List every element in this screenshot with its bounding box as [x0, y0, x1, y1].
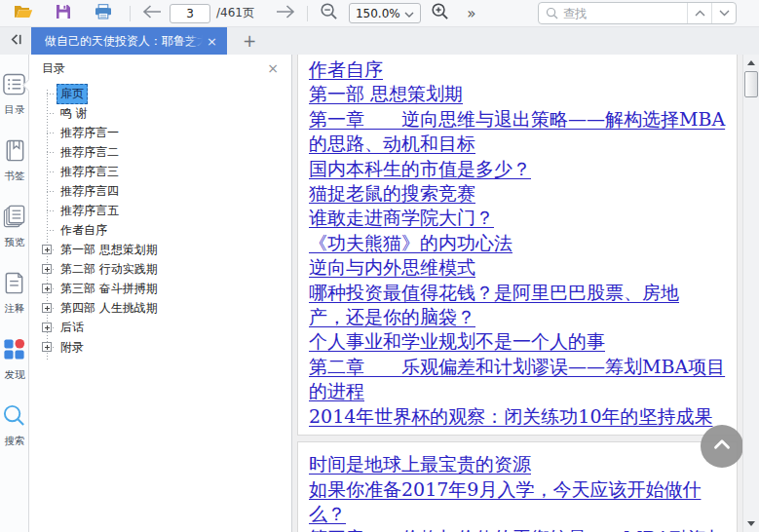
sidebar-label: 目录: [4, 102, 24, 116]
toc-item-label: 推荐序言一: [57, 123, 123, 143]
doc-toc-link[interactable]: 时间是地球上最宝贵的资源: [309, 452, 729, 476]
annotation-icon: [2, 271, 26, 299]
preview-icon: [2, 205, 26, 233]
toc-tree-item[interactable]: 鸣 谢: [29, 103, 291, 123]
doc-toc-link[interactable]: 的思路、动机和目标: [309, 132, 729, 156]
toc-tree-item[interactable]: 第二部 行动实践期: [29, 259, 291, 279]
previous-page-button[interactable]: [140, 2, 164, 25]
tab-bar: 做自己的天使投资人：耶鲁芝大 × +: [0, 27, 759, 55]
toc-tree-item[interactable]: 推荐序言三: [29, 162, 291, 181]
sidebar-item-bookmarks[interactable]: 书签: [2, 138, 26, 183]
pages-column: 作者自序第一部 思想策划期第一章 逆向思维与退出策略——解构选择MBA的思路、动…: [297, 55, 738, 532]
toc-item-label: 扉页: [57, 84, 88, 104]
doc-toc-link[interactable]: 《功夫熊猫》的内功心法: [309, 231, 729, 255]
doc-toc-link[interactable]: 作者自序: [309, 57, 729, 82]
sidebar-label: 注释: [4, 301, 24, 315]
toc-item-label: 鸣 谢: [57, 103, 92, 124]
chevron-up-icon: [709, 432, 735, 461]
sidebar-item-search[interactable]: 搜索: [2, 403, 26, 448]
doc-toc-link[interactable]: 猫捉老鼠的搜索竞赛: [309, 181, 729, 206]
bookmark-icon: [2, 138, 26, 167]
new-tab-button[interactable]: +: [235, 27, 264, 55]
scroll-up-button[interactable]: [743, 56, 759, 70]
document-viewport: 作者自序第一部 思想策划期第一章 逆向思维与退出策略——解构选择MBA的思路、动…: [292, 55, 759, 532]
toc-tree-item[interactable]: 推荐序言四: [29, 181, 291, 201]
open-file-button[interactable]: [12, 2, 35, 25]
print-button[interactable]: [92, 2, 115, 25]
more-tools-button[interactable]: »: [460, 2, 483, 25]
page-number-input[interactable]: 3: [170, 4, 210, 23]
doc-toc-link[interactable]: 逆向与内外思维模式: [309, 255, 729, 280]
toc-tree-item[interactable]: 第一部 思想策划期: [29, 240, 291, 259]
pdf-page: 时间是地球上最宝贵的资源如果你准备2017年9月入学，今天应该开始做什么？第三章…: [297, 441, 738, 532]
doc-toc-link[interactable]: 第一章 逆向思维与退出策略——解构选择MBA: [309, 107, 729, 132]
main-area: 目录 书签 预览 注释 发现 搜索: [0, 55, 759, 532]
expand-plus-icon[interactable]: [42, 323, 52, 332]
doc-toc-link[interactable]: 国内本科生的市值是多少？: [309, 157, 729, 181]
chevron-down-icon: [404, 7, 414, 20]
toc-item-label: 附录: [57, 337, 88, 358]
collapse-tabs-button[interactable]: [0, 27, 31, 55]
scrollbar-thumb[interactable]: [744, 71, 758, 97]
doc-toc-link[interactable]: 谁敢走进商学院大门？: [309, 206, 729, 230]
search-icon: [2, 403, 26, 432]
toc-tree-item[interactable]: 第四部 人生挑战期: [29, 298, 291, 318]
sidebar-item-toc[interactable]: 目录: [2, 72, 26, 117]
sidebar-item-preview[interactable]: 预览: [2, 205, 26, 249]
scroll-down-button[interactable]: [743, 516, 759, 531]
toc-item-label: 第一部 思想策划期: [57, 240, 162, 260]
toc-icon: [2, 72, 26, 100]
close-icon[interactable]: ×: [264, 61, 282, 75]
doc-toc-link[interactable]: 哪种投资最值得花钱？是阿里巴巴股票、房地: [309, 281, 729, 305]
doc-toc-link[interactable]: 个人事业和学业规划不是一个人的事: [309, 329, 729, 354]
arrow-left-icon: [141, 4, 163, 23]
toc-tree-item[interactable]: 第三部 奋斗拼搏期: [29, 279, 291, 298]
sidebar-label: 搜索: [4, 434, 24, 447]
pdf-reader-window: 3 /461页 150.0% » 做自己的天使投资人：耶鲁芝大: [0, 0, 759, 532]
find-previous-button[interactable]: [687, 3, 711, 23]
expand-plus-icon[interactable]: [42, 342, 52, 352]
left-sidebar: 目录 书签 预览 注释 发现 搜索: [0, 55, 29, 532]
vertical-scrollbar[interactable]: [742, 55, 759, 532]
doc-toc-link[interactable]: 产，还是你的脑袋？: [309, 305, 729, 329]
save-button[interactable]: [52, 2, 75, 25]
doc-toc-link[interactable]: 第一部 思想策划期: [309, 82, 729, 106]
sidebar-label: 预览: [4, 235, 24, 248]
expand-plus-icon[interactable]: [42, 284, 52, 293]
active-document-tab[interactable]: 做自己的天使投资人：耶鲁芝大 ×: [31, 27, 227, 55]
zoom-level-select[interactable]: 150.0%: [349, 3, 421, 23]
toc-tree-item[interactable]: 推荐序言一: [29, 123, 291, 142]
next-page-button[interactable]: [274, 2, 297, 25]
tab-close-icon[interactable]: ×: [203, 35, 221, 48]
find-input[interactable]: [563, 7, 687, 20]
expand-plus-icon[interactable]: [42, 245, 52, 254]
triangle-down-icon: [747, 521, 755, 526]
sidebar-label: 书签: [4, 169, 24, 182]
doc-toc-link[interactable]: 第三章 价格与价值的平衡较量——MBA融资与: [309, 526, 729, 532]
save-icon: [56, 4, 71, 23]
toc-tree-item[interactable]: 推荐序言五: [29, 201, 291, 220]
sidebar-item-annotations[interactable]: 注释: [2, 271, 26, 316]
back-to-top-button[interactable]: [701, 425, 743, 468]
find-next-button[interactable]: [711, 3, 736, 23]
doc-toc-link[interactable]: 第二章 乐观偏差和计划谬误——筹划MBA项目: [309, 355, 729, 379]
toc-tree-item[interactable]: 后话: [29, 318, 291, 337]
zoom-level-value: 150.0%: [356, 7, 400, 20]
doc-toc-link[interactable]: 如果你准备2017年9月入学，今天应该开始做什: [309, 477, 729, 502]
doc-toc-link[interactable]: 2014年世界杯的观察：闭关练功10年的坚持成果: [309, 404, 729, 429]
zoom-in-button[interactable]: [429, 2, 452, 25]
sidebar-item-discover[interactable]: 发现: [2, 337, 26, 382]
toc-tree-item[interactable]: 作者自序: [29, 220, 291, 240]
toc-panel: 目录 × 扉页 鸣 谢 推荐序言一 推荐: [29, 55, 292, 532]
doc-toc-link[interactable]: 么？: [309, 502, 729, 526]
pdf-page: 作者自序第一部 思想策划期第一章 逆向思维与退出策略——解构选择MBA的思路、动…: [297, 55, 738, 436]
toc-tree-item[interactable]: 附录: [29, 337, 291, 357]
zoom-out-button[interactable]: [318, 2, 341, 25]
toc-tree-item[interactable]: 推荐序言二: [29, 142, 291, 162]
page-total-label: /461页: [216, 5, 254, 21]
expand-plus-icon[interactable]: [42, 264, 52, 274]
toc-item-label: 作者自序: [57, 220, 111, 241]
toc-tree-item[interactable]: 扉页: [29, 84, 291, 103]
doc-toc-link[interactable]: 的进程: [309, 379, 729, 403]
expand-plus-icon[interactable]: [42, 303, 52, 313]
